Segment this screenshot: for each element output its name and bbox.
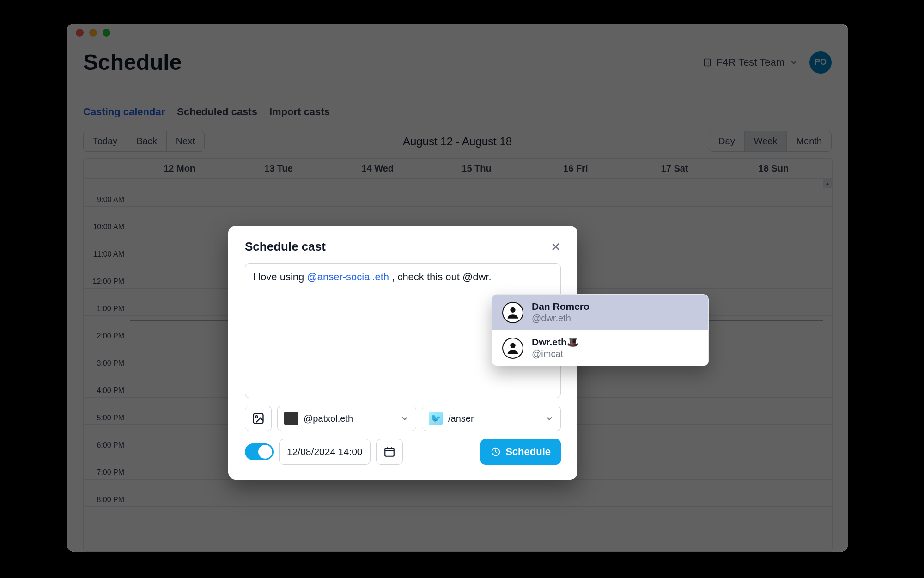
close-icon[interactable]: ✕ [551, 241, 561, 253]
account-handle: @patxol.eth [304, 413, 353, 424]
header-right: F4R Test Team PO [703, 51, 832, 74]
calendar-cell[interactable] [130, 452, 229, 479]
hour-row[interactable]: 8:00 PM [84, 506, 832, 534]
calendar-cell[interactable] [625, 179, 723, 206]
calendar-cell[interactable] [130, 207, 229, 234]
suggestion-handle: @imcat [532, 349, 579, 359]
calendar-cell[interactable] [724, 289, 823, 315]
calendar-cell[interactable] [625, 425, 723, 452]
view-week-button[interactable]: Week [745, 131, 787, 151]
maximize-window-icon[interactable] [103, 29, 110, 37]
calendar-cell[interactable] [724, 370, 823, 397]
calendar-cell[interactable] [724, 234, 823, 261]
tab-casting-calendar[interactable]: Casting calendar [83, 106, 165, 118]
calendar-cell[interactable] [625, 261, 723, 288]
calendar-cell[interactable] [130, 425, 229, 452]
user-avatar[interactable]: PO [809, 51, 832, 74]
day-header: 18 Sun [724, 159, 823, 178]
calendar-cell[interactable] [526, 480, 625, 506]
modal-header: Schedule cast ✕ [245, 240, 561, 254]
calendar-cell[interactable] [724, 179, 823, 206]
calendar-cell[interactable] [130, 370, 229, 397]
channel-select[interactable]: 🐦 /anser [422, 406, 561, 431]
today-button[interactable]: Today [84, 131, 127, 151]
calendar-cell[interactable] [724, 452, 823, 479]
view-month-button[interactable]: Month [787, 131, 831, 151]
view-day-button[interactable]: Day [709, 131, 745, 151]
schedule-toggle[interactable] [245, 443, 274, 460]
compose-mention: @anser-social.eth [307, 271, 389, 283]
calendar-cell[interactable] [724, 398, 823, 424]
hour-label: 6:00 PM [84, 439, 130, 466]
hour-row[interactable]: 7:00 PM [84, 479, 832, 506]
calendar-cell[interactable] [724, 207, 823, 234]
calendar-cell[interactable] [625, 507, 723, 534]
calendar-cell[interactable] [130, 234, 229, 261]
calendar-cell[interactable] [625, 452, 723, 479]
day-header: 12 Mon [130, 159, 229, 178]
calendar-cell[interactable] [130, 480, 229, 506]
calendar-cell[interactable] [724, 425, 823, 452]
suggestion-name: Dan Romero [532, 301, 590, 312]
day-header: 15 Thu [427, 159, 526, 178]
calendar-cell[interactable] [724, 343, 823, 370]
back-button[interactable]: Back [127, 131, 166, 151]
calendar-cell[interactable] [724, 480, 823, 506]
datetime-input[interactable]: 12/08/2024 14:00 [279, 439, 371, 465]
tab-scheduled-casts[interactable]: Scheduled casts [177, 106, 257, 118]
tab-import-casts[interactable]: Import casts [269, 106, 330, 118]
calendar-cell[interactable] [130, 289, 229, 315]
image-icon [252, 412, 265, 425]
day-header: 13 Tue [229, 159, 328, 178]
calendar-cell[interactable] [229, 480, 328, 506]
calendar-cell[interactable] [625, 398, 723, 424]
add-image-button[interactable] [245, 406, 272, 431]
suggestion-item[interactable]: Dwr.eth🎩 @imcat [492, 330, 708, 366]
suggestion-avatar-icon [502, 302, 523, 323]
calendar-cell[interactable] [130, 507, 229, 534]
day-header: 16 Fri [526, 159, 625, 178]
account-select[interactable]: @patxol.eth [277, 406, 416, 431]
hour-label: 11:00 AM [84, 248, 130, 275]
calendar-cell[interactable] [427, 480, 526, 506]
calendar-cell[interactable] [130, 398, 229, 424]
nav-button-group: Today Back Next [83, 131, 205, 152]
scroll-up-icon[interactable]: ▴ [823, 179, 832, 188]
text-cursor-icon [492, 272, 492, 283]
calendar-cell[interactable] [328, 507, 427, 534]
account-avatar-icon [284, 412, 298, 425]
calendar-cell[interactable] [724, 507, 823, 534]
calendar-cell[interactable] [625, 370, 723, 397]
calendar-cell[interactable] [328, 179, 427, 206]
channel-handle: /anser [448, 413, 474, 424]
calendar-cell[interactable] [625, 480, 723, 506]
calendar-cell[interactable] [526, 507, 625, 534]
calendar-cell[interactable] [130, 179, 229, 206]
calendar-cell[interactable] [328, 480, 427, 506]
hour-label: 8:00 PM [84, 494, 130, 521]
calendar-cell[interactable] [229, 179, 328, 206]
hour-label: 9:00 AM [84, 194, 130, 221]
calendar-cell[interactable] [526, 179, 625, 206]
schedule-button[interactable]: Schedule [480, 439, 561, 465]
calendar-cell[interactable] [427, 179, 526, 206]
team-label: F4R Test Team [717, 56, 784, 68]
suggestion-item[interactable]: Dan Romero @dwr.eth [492, 295, 708, 330]
calendar-cell[interactable] [625, 207, 723, 234]
calendar-cell[interactable] [625, 234, 723, 261]
calendar-cell[interactable] [130, 261, 229, 288]
calendar-cell[interactable] [427, 507, 526, 534]
hour-row[interactable]: 8:00 AM [84, 179, 832, 206]
team-picker[interactable]: F4R Test Team [703, 56, 798, 68]
close-window-icon[interactable] [76, 29, 84, 37]
page-title: Schedule [83, 49, 182, 75]
next-button[interactable]: Next [167, 131, 204, 151]
calendar-cell[interactable] [130, 343, 229, 370]
modal-schedule-row: 12/08/2024 14:00 Schedule [245, 439, 561, 465]
calendar-cell[interactable] [229, 507, 328, 534]
minimize-window-icon[interactable] [89, 29, 97, 37]
modal-selectors-row: @patxol.eth 🐦 /anser [245, 406, 561, 431]
open-calendar-button[interactable] [376, 439, 403, 465]
calendar-cell[interactable] [724, 261, 823, 288]
compose-text: I love using [253, 271, 307, 283]
